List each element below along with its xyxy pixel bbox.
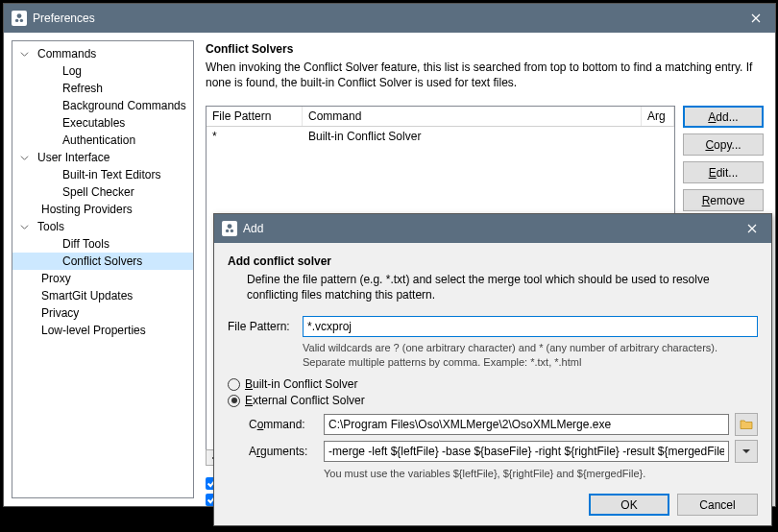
tree-item-ui[interactable]: User Interface bbox=[12, 149, 193, 166]
dialog-heading: Add conflict solver bbox=[228, 254, 758, 268]
remove-button[interactable]: Remove bbox=[683, 189, 764, 211]
command-label: Command: bbox=[249, 418, 318, 431]
edit-button[interactable]: Edit... bbox=[683, 161, 764, 183]
tree-item-updates[interactable]: SmartGit Updates bbox=[12, 287, 193, 304]
radio-builtin[interactable]: Built-in Conflict Solver bbox=[228, 377, 758, 391]
arguments-hint: You must use the variables ${leftFile}, … bbox=[249, 467, 758, 481]
command-input[interactable] bbox=[324, 414, 729, 435]
col-pattern[interactable]: File Pattern bbox=[207, 107, 303, 126]
add-titlebar: Add bbox=[214, 214, 771, 243]
tree-item-privacy[interactable]: Privacy bbox=[12, 304, 193, 322]
file-pattern-input[interactable] bbox=[303, 316, 758, 337]
svg-point-1 bbox=[15, 19, 18, 22]
radio-on-icon bbox=[228, 395, 240, 407]
col-args[interactable]: Arg bbox=[642, 107, 674, 126]
app-icon bbox=[12, 11, 27, 26]
section-heading: Conflict Solvers bbox=[206, 42, 764, 56]
radio-external[interactable]: External Conflict Solver bbox=[228, 394, 758, 407]
app-icon bbox=[222, 221, 237, 236]
prefs-tree[interactable]: Commands Log Refresh Background Commands… bbox=[12, 40, 194, 498]
arguments-dropdown-button[interactable] bbox=[735, 440, 758, 463]
browse-button[interactable] bbox=[735, 413, 758, 436]
table-row[interactable]: * Built-in Conflict Solver bbox=[207, 127, 674, 146]
copy-button[interactable]: Copy... bbox=[683, 133, 764, 156]
prefs-title: Preferences bbox=[33, 12, 737, 25]
col-command[interactable]: Command bbox=[303, 107, 642, 126]
svg-point-4 bbox=[226, 230, 229, 232]
svg-point-2 bbox=[20, 19, 23, 22]
tree-item-hosting[interactable]: Hosting Providers bbox=[12, 201, 193, 218]
arguments-input[interactable] bbox=[324, 441, 729, 462]
svg-point-5 bbox=[231, 230, 233, 232]
arguments-label: Arguments: bbox=[249, 445, 318, 458]
tree-item-spell[interactable]: Spell Checker bbox=[12, 183, 193, 201]
add-dialog: Add Add conflict solver Define the file … bbox=[213, 213, 772, 526]
prefs-titlebar: Preferences bbox=[4, 4, 775, 33]
table-header: File Pattern Command Arg bbox=[207, 107, 674, 127]
chevron-down-icon bbox=[742, 448, 751, 454]
dialog-description: Define the file pattern (e.g. *.txt) and… bbox=[228, 272, 758, 302]
tree-item-refresh[interactable]: Refresh bbox=[12, 80, 193, 97]
close-icon[interactable] bbox=[733, 214, 771, 243]
section-description: When invoking the Conflict Solver featur… bbox=[206, 60, 764, 90]
tree-item-diff[interactable]: Diff Tools bbox=[12, 235, 193, 253]
tree-item-exec[interactable]: Executables bbox=[12, 114, 193, 132]
tree-item-solvers[interactable]: Conflict Solvers bbox=[12, 253, 193, 270]
folder-icon bbox=[740, 419, 753, 430]
tree-item-commands[interactable]: Commands bbox=[12, 45, 193, 62]
tree-item-proxy[interactable]: Proxy bbox=[12, 270, 193, 287]
ok-button[interactable]: OK bbox=[589, 494, 669, 516]
svg-point-0 bbox=[17, 13, 22, 18]
tree-item-tools[interactable]: Tools bbox=[12, 218, 193, 235]
close-icon[interactable] bbox=[737, 4, 775, 33]
tree-item-bg[interactable]: Background Commands bbox=[12, 97, 193, 114]
cancel-button[interactable]: Cancel bbox=[677, 494, 758, 516]
svg-point-3 bbox=[228, 224, 232, 229]
tree-item-lowlevel[interactable]: Low-level Properties bbox=[12, 322, 193, 339]
radio-off-icon bbox=[228, 378, 240, 391]
tree-item-editors[interactable]: Built-in Text Editors bbox=[12, 166, 193, 183]
file-pattern-hint: Valid wildcards are ? (one arbitrary cha… bbox=[228, 341, 758, 370]
file-pattern-label: File Pattern: bbox=[228, 320, 297, 333]
tree-item-auth[interactable]: Authentication bbox=[12, 132, 193, 149]
add-title: Add bbox=[243, 222, 733, 235]
tree-item-log[interactable]: Log bbox=[12, 62, 193, 80]
add-button[interactable]: Add... bbox=[683, 106, 764, 128]
